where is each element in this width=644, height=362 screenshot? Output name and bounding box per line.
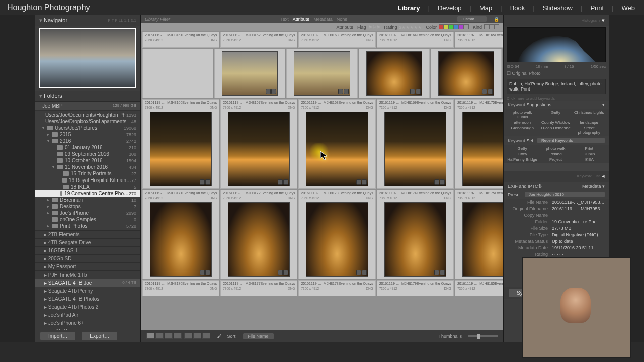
grid-cell[interactable]: 20161119-…_MJH8170Evening on the Quays73…: [455, 99, 503, 189]
thumbnail[interactable]: [384, 112, 446, 186]
keyword-suggestion[interactable]: photo walk Dublin: [506, 110, 539, 120]
keywords-field[interactable]: Dublin, Ha'Penny Bridge, Ireland, Liffey…: [507, 79, 606, 94]
thumbnail[interactable]: [306, 112, 368, 186]
grid-cell[interactable]: 20161119-…_MJH8169Evening on the Quays73…: [377, 99, 454, 189]
plus-icon[interactable]: +: [134, 94, 136, 98]
sort-dropdown[interactable]: File Name: [243, 333, 274, 339]
folder-item[interactable]: 10 October 20161594: [35, 157, 140, 164]
histogram-header[interactable]: Histogram ▾: [504, 15, 609, 26]
histogram[interactable]: [507, 27, 606, 62]
grid-cell[interactable]: 20161119-…_MJH8173Evening on the Quays73…: [298, 190, 375, 279]
folder-item[interactable]: ▸20157829: [35, 131, 140, 138]
color-filter[interactable]: [439, 24, 469, 30]
keyword-set-item[interactable]: Getty: [506, 146, 539, 151]
keyword-suggestion[interactable]: afternoon: [506, 120, 539, 125]
module-book[interactable]: Book: [508, 4, 527, 12]
folders-header[interactable]: Folders −+: [35, 90, 140, 102]
grid-cell[interactable]: 20161119-…_MJH8177Evening on the Quays73…: [220, 280, 297, 296]
chevron-down-icon[interactable]: ▾: [602, 102, 605, 107]
keyword-set-dropdown[interactable]: Recent Keywords: [537, 138, 605, 143]
folder-item[interactable]: 18 IKEA5: [35, 184, 140, 190]
thumbnail[interactable]: [438, 51, 494, 96]
filter-tab-attribute[interactable]: Attribute: [293, 17, 310, 22]
drive-item[interactable]: ▸ Seagate 4Tb Photos 2: [35, 303, 140, 311]
lock-icon[interactable]: 🔒: [494, 17, 499, 22]
import-button[interactable]: Import…: [40, 332, 75, 340]
add-kwlist-icon[interactable]: +: [504, 163, 609, 171]
drive-item[interactable]: ▸ Joe's iPhone 6+: [35, 319, 140, 327]
folder-item[interactable]: ▸Joe's iPhone2890: [35, 210, 140, 216]
filter-tab-metadata[interactable]: Metadata: [313, 17, 333, 22]
keyword-set-item[interactable]: photo walk: [539, 146, 572, 151]
thumbnail[interactable]: [462, 202, 503, 277]
grid-cell[interactable]: 20161119-…_MJH8179Evening on the Quays73…: [377, 280, 454, 296]
keyword-suggestion[interactable]: Christmas Lights: [573, 110, 606, 120]
grid-cell[interactable]: 20161119-…_MJH8164Evening on the Quays73…: [377, 32, 454, 48]
folder-item[interactable]: ▸DBrennan10: [35, 197, 140, 203]
keyword-suggestion[interactable]: Getty: [539, 110, 572, 120]
minus-icon[interactable]: −: [130, 94, 132, 98]
filter-tab-text[interactable]: Text: [280, 17, 289, 22]
keyword-set-item[interactable]: Project: [539, 157, 572, 162]
grid-cell[interactable]: [142, 49, 213, 98]
grid-cell[interactable]: 20161119-…_MJH8167Evening on the Quays73…: [220, 99, 297, 189]
thumbnail-slider[interactable]: [468, 335, 498, 337]
drive-item[interactable]: ▸ Joe's iPad Air: [35, 311, 140, 319]
folder-item[interactable]: 16 Royal Hospital Kilmain…77: [35, 177, 140, 184]
navigator-preview[interactable]: [39, 28, 136, 88]
grid-view[interactable]: 20161119-…_MJH8161Evening on the Quays73…: [141, 31, 503, 330]
keyword-suggestion[interactable]: Glendalough: [506, 125, 539, 135]
keyword-list-header[interactable]: Keyword List ◂: [504, 171, 609, 182]
flag-filter[interactable]: ⚑⚐⚑: [368, 25, 380, 30]
grid-cell[interactable]: 20161119-…_MJH8166Evening on the Quays73…: [142, 99, 219, 189]
grid-cell[interactable]: [431, 49, 502, 98]
keyword-set-item[interactable]: Liffey: [506, 151, 539, 157]
grid-cell[interactable]: 20161119-…_MJH8175Evening on the Quays73…: [455, 190, 503, 279]
folder-item[interactable]: ▸Desktops7: [35, 203, 140, 210]
keyword-suggestion[interactable]: Street photography: [573, 125, 606, 135]
metadata-preset-dropdown[interactable]: Joe Houghton 2016: [525, 192, 605, 197]
grid-cell[interactable]: 20161119-…_MJH8178Evening on the Quays73…: [298, 280, 375, 296]
keyword-set-item[interactable]: Print: [573, 146, 606, 151]
folder-item[interactable]: ▾Users/Joe/Pictures19068: [35, 125, 140, 131]
folder-item[interactable]: 19 Convention Centre Pho…270: [35, 190, 140, 197]
keyword-set-item[interactable]: Ireland: [539, 151, 572, 157]
folder-item[interactable]: 09 September 2016308: [35, 151, 140, 157]
folder-item[interactable]: 01 January 2016210: [35, 144, 140, 151]
grid-cell[interactable]: [359, 49, 430, 98]
grid-cell[interactable]: 20161119-…_MJH8176Evening on the Quays73…: [142, 280, 219, 296]
module-print[interactable]: Print: [588, 4, 606, 12]
keyword-suggestion[interactable]: County Wicklow: [539, 120, 572, 125]
grid-cell[interactable]: 20161119-…_MJH8165Evening on the Quays73…: [455, 32, 503, 48]
thumbnail[interactable]: [366, 51, 422, 96]
folder-item[interactable]: onOne Samples0: [35, 216, 140, 223]
painter-icon[interactable]: 🖌: [217, 334, 221, 339]
kind-filter[interactable]: [484, 24, 499, 30]
grid-cell[interactable]: 20161119-…_MJH8174Evening on the Quays73…: [377, 190, 454, 279]
filter-preset-dropdown[interactable]: Custom…: [457, 16, 487, 22]
keyword-suggestion[interactable]: landscape: [573, 120, 606, 125]
view-mode-icons[interactable]: [146, 333, 211, 340]
module-map[interactable]: Map: [477, 4, 494, 12]
keyword-set-item[interactable]: Dublin: [573, 151, 606, 157]
module-develop[interactable]: Develop: [436, 4, 464, 12]
drive-item[interactable]: ▸ SEAGATE 4TB Joe0 / 4 TB: [35, 279, 140, 287]
folder-item[interactable]: Users/Joe/Dropbox/Soni apartments - 2…48: [35, 118, 140, 125]
grid-cell[interactable]: 20161119-…_MJH8180Evening on the Quays73…: [455, 280, 503, 296]
module-web[interactable]: Web: [620, 4, 637, 12]
folder-item[interactable]: ▾11 November 2016434: [35, 164, 140, 170]
drive-item[interactable]: ▸ SEAGATE 4TB Photos: [35, 295, 140, 303]
thumbnail[interactable]: [228, 202, 290, 277]
folder-item[interactable]: ▸Print Photos5728: [35, 223, 140, 229]
thumbnail[interactable]: [150, 202, 212, 277]
filter-tab-none[interactable]: None: [337, 17, 348, 22]
drive-item[interactable]: ▸ 16GBFLASH: [35, 246, 140, 254]
folder-item[interactable]: Users/Joe/Documents/Houghton Photo…1293: [35, 112, 140, 118]
drive-item[interactable]: ▸ 2TB Elements: [35, 230, 140, 238]
rating-filter[interactable]: ≥★★★★★: [399, 25, 422, 30]
grid-cell[interactable]: 20161119-…_MJH8168Evening on the Quays73…: [298, 99, 375, 189]
folder-item[interactable]: 15 Trinity Portraits27: [35, 170, 140, 177]
thumbnail[interactable]: [222, 51, 278, 96]
volume-header[interactable]: Joe MBP 129 / 999 GB: [35, 102, 140, 111]
grid-cell[interactable]: 20161119-…_MJH8171Evening on the Quays73…: [142, 190, 219, 279]
